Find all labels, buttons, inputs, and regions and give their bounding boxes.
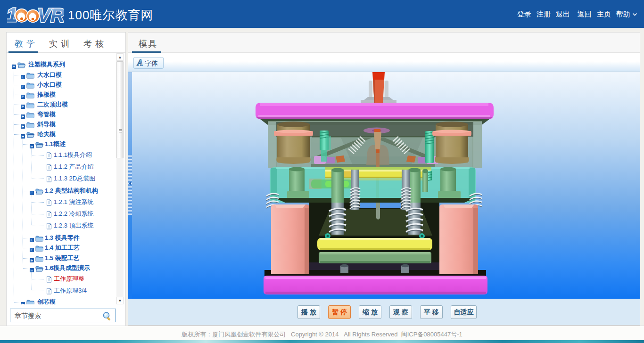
- svg-text:VR: VR: [37, 4, 64, 25]
